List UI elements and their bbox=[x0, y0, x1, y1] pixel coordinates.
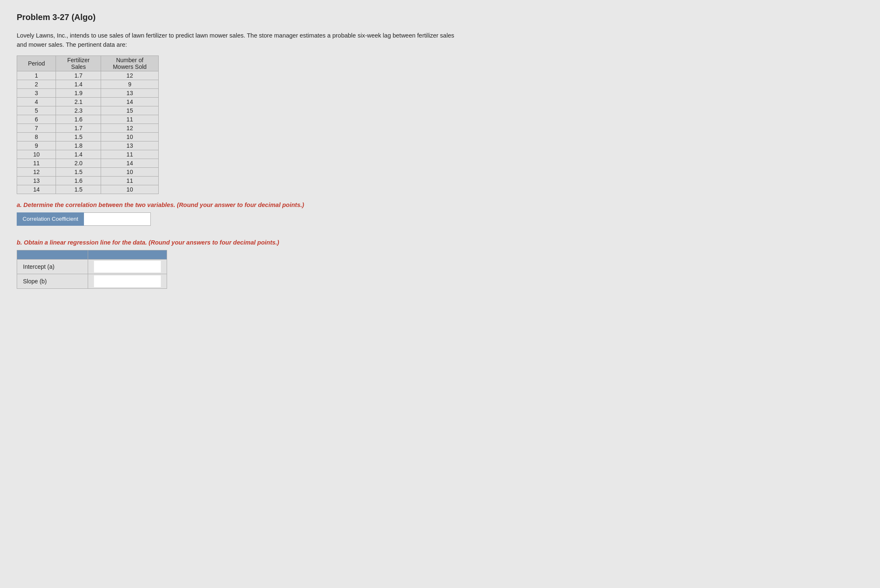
slope-input[interactable] bbox=[94, 275, 161, 287]
correlation-answer-row: Correlation Coefficient bbox=[17, 212, 863, 226]
cell-fertilizer: 1.5 bbox=[56, 185, 101, 194]
cell-period: 1 bbox=[17, 71, 56, 80]
table-row: 91.813 bbox=[17, 141, 159, 150]
cell-fertilizer: 1.6 bbox=[56, 176, 101, 185]
table-row: 131.611 bbox=[17, 176, 159, 185]
cell-mowers: 13 bbox=[101, 141, 159, 150]
intercept-label: Intercept (a) bbox=[17, 259, 88, 274]
intercept-row: Intercept (a) bbox=[17, 259, 167, 274]
part-b-question: b. Obtain a linear regression line for t… bbox=[17, 239, 393, 246]
table-row: 21.49 bbox=[17, 80, 159, 88]
cell-period: 3 bbox=[17, 88, 56, 97]
cell-mowers: 10 bbox=[101, 167, 159, 176]
cell-fertilizer: 1.9 bbox=[56, 88, 101, 97]
cell-mowers: 12 bbox=[101, 71, 159, 80]
description: Lovely Lawns, Inc., intends to use sales… bbox=[17, 31, 455, 50]
table-row: 81.510 bbox=[17, 132, 159, 141]
cell-mowers: 9 bbox=[101, 80, 159, 88]
cell-fertilizer: 1.5 bbox=[56, 167, 101, 176]
cell-mowers: 12 bbox=[101, 124, 159, 132]
cell-fertilizer: 2.0 bbox=[56, 159, 101, 167]
cell-period: 5 bbox=[17, 106, 56, 115]
cell-period: 2 bbox=[17, 80, 56, 88]
part-b-section: b. Obtain a linear regression line for t… bbox=[17, 239, 863, 289]
cell-period: 13 bbox=[17, 176, 56, 185]
table-row: 101.411 bbox=[17, 150, 159, 159]
cell-period: 9 bbox=[17, 141, 56, 150]
cell-mowers: 13 bbox=[101, 88, 159, 97]
cell-mowers: 11 bbox=[101, 150, 159, 159]
slope-label: Slope (b) bbox=[17, 274, 88, 288]
col-mowers-header: Number ofMowers Sold bbox=[101, 56, 159, 71]
cell-period: 7 bbox=[17, 124, 56, 132]
cell-fertilizer: 1.5 bbox=[56, 132, 101, 141]
slope-input-cell bbox=[88, 274, 167, 288]
col-fertilizer-header: FertilizerSales bbox=[56, 56, 101, 71]
cell-mowers: 10 bbox=[101, 132, 159, 141]
cell-period: 4 bbox=[17, 97, 56, 106]
cell-period: 8 bbox=[17, 132, 56, 141]
cell-period: 14 bbox=[17, 185, 56, 194]
table-row: 52.315 bbox=[17, 106, 159, 115]
intercept-input[interactable] bbox=[94, 261, 161, 273]
intercept-input-cell bbox=[88, 259, 167, 274]
part-a-question: a. Determine the correlation between the… bbox=[17, 202, 393, 208]
problem-title: Problem 3-27 (Algo) bbox=[17, 13, 863, 22]
regression-header-value bbox=[88, 250, 167, 259]
cell-period: 11 bbox=[17, 159, 56, 167]
cell-fertilizer: 1.4 bbox=[56, 80, 101, 88]
cell-period: 10 bbox=[17, 150, 56, 159]
table-row: 61.611 bbox=[17, 115, 159, 124]
cell-mowers: 14 bbox=[101, 97, 159, 106]
regression-header-label bbox=[17, 250, 88, 259]
table-row: 11.712 bbox=[17, 71, 159, 80]
table-row: 31.913 bbox=[17, 88, 159, 97]
table-row: 112.014 bbox=[17, 159, 159, 167]
table-row: 42.114 bbox=[17, 97, 159, 106]
table-row: 141.510 bbox=[17, 185, 159, 194]
cell-fertilizer: 1.8 bbox=[56, 141, 101, 150]
cell-mowers: 11 bbox=[101, 176, 159, 185]
correlation-input[interactable] bbox=[84, 212, 151, 226]
cell-mowers: 11 bbox=[101, 115, 159, 124]
slope-row: Slope (b) bbox=[17, 274, 167, 288]
data-table: Period FertilizerSales Number ofMowers S… bbox=[17, 56, 159, 194]
cell-mowers: 10 bbox=[101, 185, 159, 194]
regression-table: Intercept (a) Slope (b) bbox=[17, 250, 167, 289]
correlation-label: Correlation Coefficient bbox=[17, 212, 84, 226]
table-row: 71.712 bbox=[17, 124, 159, 132]
cell-fertilizer: 1.7 bbox=[56, 71, 101, 80]
part-a-section: a. Determine the correlation between the… bbox=[17, 202, 863, 226]
table-row: 121.510 bbox=[17, 167, 159, 176]
cell-fertilizer: 1.4 bbox=[56, 150, 101, 159]
cell-mowers: 14 bbox=[101, 159, 159, 167]
cell-fertilizer: 1.7 bbox=[56, 124, 101, 132]
cell-period: 12 bbox=[17, 167, 56, 176]
cell-fertilizer: 2.3 bbox=[56, 106, 101, 115]
cell-mowers: 15 bbox=[101, 106, 159, 115]
cell-period: 6 bbox=[17, 115, 56, 124]
cell-fertilizer: 1.6 bbox=[56, 115, 101, 124]
cell-fertilizer: 2.1 bbox=[56, 97, 101, 106]
col-period-header: Period bbox=[17, 56, 56, 71]
